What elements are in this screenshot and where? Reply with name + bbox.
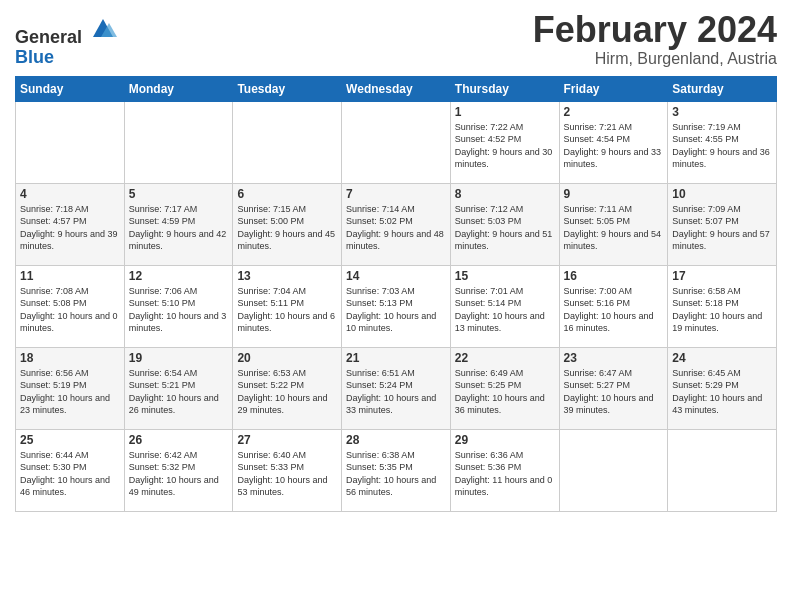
calendar-cell: 5 Sunrise: 7:17 AM Sunset: 4:59 PM Dayli… (124, 183, 233, 265)
sunset-text: Sunset: 5:32 PM (129, 462, 196, 472)
day-number: 20 (237, 351, 337, 365)
calendar-cell: 12 Sunrise: 7:06 AM Sunset: 5:10 PM Dayl… (124, 265, 233, 347)
header-thursday: Thursday (450, 76, 559, 101)
sunset-text: Sunset: 5:25 PM (455, 380, 522, 390)
daylight-text: Daylight: 10 hours and 56 minutes. (346, 475, 436, 498)
sunrise-text: Sunrise: 6:54 AM (129, 368, 198, 378)
sunrise-text: Sunrise: 7:18 AM (20, 204, 89, 214)
cell-content: Sunrise: 7:11 AM Sunset: 5:05 PM Dayligh… (564, 203, 664, 253)
cell-content: Sunrise: 7:19 AM Sunset: 4:55 PM Dayligh… (672, 121, 772, 171)
weekday-header-row: Sunday Monday Tuesday Wednesday Thursday… (16, 76, 777, 101)
sunrise-text: Sunrise: 7:08 AM (20, 286, 89, 296)
header-sunday: Sunday (16, 76, 125, 101)
calendar-cell: 17 Sunrise: 6:58 AM Sunset: 5:18 PM Dayl… (668, 265, 777, 347)
calendar-week-5: 25 Sunrise: 6:44 AM Sunset: 5:30 PM Dayl… (16, 429, 777, 511)
cell-content: Sunrise: 7:06 AM Sunset: 5:10 PM Dayligh… (129, 285, 229, 335)
calendar-cell (124, 101, 233, 183)
sunrise-text: Sunrise: 7:00 AM (564, 286, 633, 296)
sunset-text: Sunset: 4:55 PM (672, 134, 739, 144)
daylight-text: Daylight: 10 hours and 16 minutes. (564, 311, 654, 334)
cell-content: Sunrise: 7:22 AM Sunset: 4:52 PM Dayligh… (455, 121, 555, 171)
sunset-text: Sunset: 5:14 PM (455, 298, 522, 308)
day-number: 28 (346, 433, 446, 447)
cell-content: Sunrise: 7:15 AM Sunset: 5:00 PM Dayligh… (237, 203, 337, 253)
calendar-cell: 6 Sunrise: 7:15 AM Sunset: 5:00 PM Dayli… (233, 183, 342, 265)
sunrise-text: Sunrise: 6:58 AM (672, 286, 741, 296)
calendar-cell: 18 Sunrise: 6:56 AM Sunset: 5:19 PM Dayl… (16, 347, 125, 429)
sunrise-text: Sunrise: 6:47 AM (564, 368, 633, 378)
calendar-cell: 16 Sunrise: 7:00 AM Sunset: 5:16 PM Dayl… (559, 265, 668, 347)
cell-content: Sunrise: 7:03 AM Sunset: 5:13 PM Dayligh… (346, 285, 446, 335)
day-number: 21 (346, 351, 446, 365)
sunrise-text: Sunrise: 7:22 AM (455, 122, 524, 132)
calendar-cell: 13 Sunrise: 7:04 AM Sunset: 5:11 PM Dayl… (233, 265, 342, 347)
sunset-text: Sunset: 5:30 PM (20, 462, 87, 472)
day-number: 17 (672, 269, 772, 283)
day-number: 26 (129, 433, 229, 447)
daylight-text: Daylight: 10 hours and 49 minutes. (129, 475, 219, 498)
calendar-cell: 28 Sunrise: 6:38 AM Sunset: 5:35 PM Dayl… (342, 429, 451, 511)
day-number: 12 (129, 269, 229, 283)
sunset-text: Sunset: 5:21 PM (129, 380, 196, 390)
sunset-text: Sunset: 5:16 PM (564, 298, 631, 308)
day-number: 4 (20, 187, 120, 201)
sunrise-text: Sunrise: 6:44 AM (20, 450, 89, 460)
sunrise-text: Sunrise: 6:56 AM (20, 368, 89, 378)
calendar-cell: 11 Sunrise: 7:08 AM Sunset: 5:08 PM Dayl… (16, 265, 125, 347)
calendar-cell: 26 Sunrise: 6:42 AM Sunset: 5:32 PM Dayl… (124, 429, 233, 511)
calendar-cell: 3 Sunrise: 7:19 AM Sunset: 4:55 PM Dayli… (668, 101, 777, 183)
cell-content: Sunrise: 7:17 AM Sunset: 4:59 PM Dayligh… (129, 203, 229, 253)
day-number: 3 (672, 105, 772, 119)
sunset-text: Sunset: 4:57 PM (20, 216, 87, 226)
cell-content: Sunrise: 7:18 AM Sunset: 4:57 PM Dayligh… (20, 203, 120, 253)
sunrise-text: Sunrise: 7:11 AM (564, 204, 633, 214)
daylight-text: Daylight: 10 hours and 0 minutes. (20, 311, 118, 334)
calendar-cell: 20 Sunrise: 6:53 AM Sunset: 5:22 PM Dayl… (233, 347, 342, 429)
sunrise-text: Sunrise: 7:14 AM (346, 204, 415, 214)
calendar-cell: 9 Sunrise: 7:11 AM Sunset: 5:05 PM Dayli… (559, 183, 668, 265)
sunrise-text: Sunrise: 6:53 AM (237, 368, 306, 378)
day-number: 5 (129, 187, 229, 201)
calendar-cell: 21 Sunrise: 6:51 AM Sunset: 5:24 PM Dayl… (342, 347, 451, 429)
header-friday: Friday (559, 76, 668, 101)
calendar-cell: 19 Sunrise: 6:54 AM Sunset: 5:21 PM Dayl… (124, 347, 233, 429)
sunset-text: Sunset: 5:11 PM (237, 298, 304, 308)
sunrise-text: Sunrise: 7:21 AM (564, 122, 633, 132)
sunset-text: Sunset: 5:27 PM (564, 380, 631, 390)
calendar-cell: 25 Sunrise: 6:44 AM Sunset: 5:30 PM Dayl… (16, 429, 125, 511)
sunset-text: Sunset: 5:05 PM (564, 216, 631, 226)
header: General Blue February 2024 Hirm, Burgenl… (15, 10, 777, 68)
location: Hirm, Burgenland, Austria (533, 50, 777, 68)
sunset-text: Sunset: 4:54 PM (564, 134, 631, 144)
sunrise-text: Sunrise: 7:03 AM (346, 286, 415, 296)
calendar-week-3: 11 Sunrise: 7:08 AM Sunset: 5:08 PM Dayl… (16, 265, 777, 347)
calendar-cell: 24 Sunrise: 6:45 AM Sunset: 5:29 PM Dayl… (668, 347, 777, 429)
sunrise-text: Sunrise: 7:17 AM (129, 204, 198, 214)
day-number: 13 (237, 269, 337, 283)
day-number: 14 (346, 269, 446, 283)
header-monday: Monday (124, 76, 233, 101)
cell-content: Sunrise: 6:42 AM Sunset: 5:32 PM Dayligh… (129, 449, 229, 499)
cell-content: Sunrise: 6:58 AM Sunset: 5:18 PM Dayligh… (672, 285, 772, 335)
calendar-cell: 15 Sunrise: 7:01 AM Sunset: 5:14 PM Dayl… (450, 265, 559, 347)
daylight-text: Daylight: 10 hours and 19 minutes. (672, 311, 762, 334)
sunrise-text: Sunrise: 6:42 AM (129, 450, 198, 460)
cell-content: Sunrise: 6:40 AM Sunset: 5:33 PM Dayligh… (237, 449, 337, 499)
header-saturday: Saturday (668, 76, 777, 101)
sunrise-text: Sunrise: 7:06 AM (129, 286, 198, 296)
sunrise-text: Sunrise: 7:19 AM (672, 122, 741, 132)
day-number: 7 (346, 187, 446, 201)
calendar-cell: 7 Sunrise: 7:14 AM Sunset: 5:02 PM Dayli… (342, 183, 451, 265)
calendar-week-2: 4 Sunrise: 7:18 AM Sunset: 4:57 PM Dayli… (16, 183, 777, 265)
daylight-text: Daylight: 9 hours and 57 minutes. (672, 229, 770, 252)
calendar-cell: 14 Sunrise: 7:03 AM Sunset: 5:13 PM Dayl… (342, 265, 451, 347)
daylight-text: Daylight: 10 hours and 53 minutes. (237, 475, 327, 498)
day-number: 16 (564, 269, 664, 283)
sunset-text: Sunset: 5:18 PM (672, 298, 739, 308)
sunset-text: Sunset: 5:19 PM (20, 380, 87, 390)
daylight-text: Daylight: 10 hours and 10 minutes. (346, 311, 436, 334)
header-tuesday: Tuesday (233, 76, 342, 101)
calendar-cell: 29 Sunrise: 6:36 AM Sunset: 5:36 PM Dayl… (450, 429, 559, 511)
daylight-text: Daylight: 10 hours and 39 minutes. (564, 393, 654, 416)
calendar-cell: 22 Sunrise: 6:49 AM Sunset: 5:25 PM Dayl… (450, 347, 559, 429)
